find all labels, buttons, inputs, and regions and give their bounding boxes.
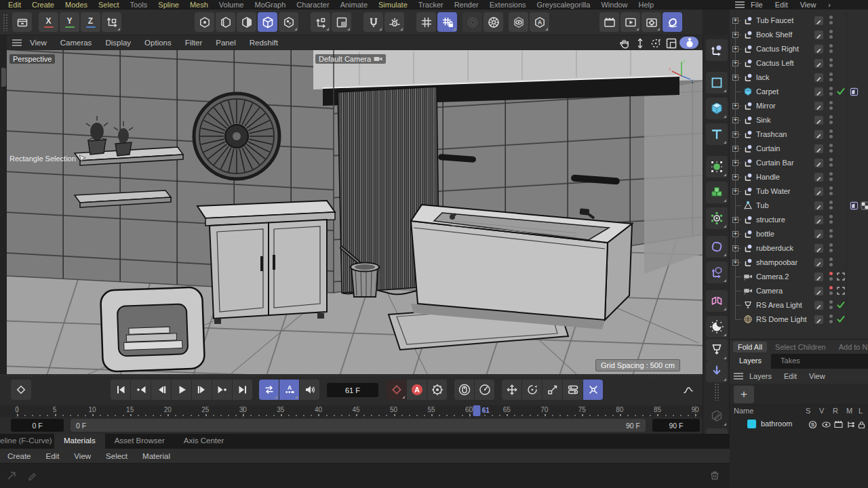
render-dot[interactable] [829,220,833,224]
layer-row[interactable]: bathroom S [730,418,868,431]
toolbar-grip[interactable] [3,14,8,31]
light-button[interactable] [706,316,728,338]
points-mode-button[interactable] [195,12,214,32]
visibility-dots[interactable] [829,44,833,55]
expand-toggle[interactable]: + [732,18,738,24]
pencil-hex-button[interactable] [706,405,728,427]
object-row[interactable]: +lack [730,70,868,85]
autokey-button[interactable]: A [407,380,427,400]
edit-toggle[interactable] [814,159,823,167]
grid-lock-button[interactable] [437,12,457,32]
edit-toggle[interactable] [814,258,823,267]
select-children-button[interactable]: Select Children [770,342,831,352]
expand-toggle[interactable]: + [732,245,738,251]
fcurve-button[interactable] [678,380,698,400]
om-menu-view[interactable]: View [794,1,823,9]
render-dot[interactable] [829,306,833,309]
edit-toggle[interactable] [814,73,823,82]
gear-circle-button[interactable] [484,12,503,32]
null-object-button[interactable] [706,39,728,61]
range-slider[interactable]: 0 F 90 F [71,419,646,432]
edit-toggle[interactable] [814,30,823,39]
visibility-dots[interactable] [829,115,833,126]
edges-mode-button[interactable] [216,12,235,32]
viewport-dot[interactable] [829,44,833,47]
expand-toggle[interactable]: + [732,231,738,237]
tab-asset-browser[interactable]: Asset Browser [105,434,174,449]
hamburger-icon[interactable] [735,1,745,8]
key-scale-button[interactable] [542,380,562,400]
keyframe-tool-button[interactable] [11,380,31,400]
render-dot[interactable] [829,135,833,138]
object-row[interactable]: +Tub Water [730,184,868,199]
visibility-dots[interactable] [829,101,833,112]
render-dot[interactable] [829,291,833,295]
menu-edit[interactable]: Edit [3,1,26,9]
hamburger-icon[interactable] [734,373,743,380]
edit-toggle[interactable] [814,187,823,196]
expand-toggle[interactable]: + [732,174,738,180]
render-dot[interactable] [829,35,833,39]
prev-frame-button[interactable] [151,380,171,400]
viewport-dot[interactable] [829,73,833,76]
dolly-icon[interactable] [633,37,646,49]
expand-toggle[interactable]: + [732,32,738,38]
edit-toggle[interactable] [814,301,823,310]
text-spline-button[interactable] [706,123,728,145]
menu-help[interactable]: Help [633,1,660,9]
render-dot[interactable] [829,249,833,252]
viewport-dot[interactable] [829,286,833,289]
viewport-dot[interactable] [829,172,833,176]
viewport-dot[interactable] [829,243,833,247]
object-row[interactable]: +shampoobar [730,256,868,270]
render-dot[interactable] [829,149,833,152]
viewport-menu-display[interactable]: Display [98,39,138,47]
object-row[interactable]: Camera.2 [730,270,868,284]
hierarchy-icon[interactable] [846,420,855,428]
texture-mode-button[interactable] [279,12,298,32]
camera-nav-icon[interactable] [679,37,698,49]
add-to-button[interactable]: Add to N [834,342,868,352]
render-dot[interactable] [829,49,833,53]
materials-menu-select[interactable]: Select [98,452,135,460]
visibility-icon[interactable] [822,420,831,428]
simulation-button[interactable] [706,207,728,229]
menu-tools[interactable]: Tools [125,1,153,9]
render-dot[interactable] [829,64,833,67]
edit-toggle[interactable] [814,130,823,139]
viewport-solo-button[interactable] [332,12,351,32]
viewport-dot[interactable] [829,58,833,62]
om-menu-file[interactable]: File [745,1,769,9]
viewport-dot[interactable] [829,87,833,90]
visibility-dots[interactable] [829,158,833,169]
orbit-icon[interactable] [648,37,662,49]
viewport-menu-options[interactable]: Options [138,39,178,47]
a-hexagon-button[interactable]: A [530,12,549,32]
enabled-check-icon[interactable] [836,300,846,310]
edit-toggle[interactable] [814,45,823,54]
expand-toggle[interactable]: + [732,217,738,223]
object-row[interactable]: Carpet [730,85,868,99]
cloner-button[interactable] [706,156,728,178]
object-row[interactable]: +Tub Faucet [730,14,868,28]
redshift-button[interactable] [663,12,682,32]
edit-toggle[interactable] [814,102,823,110]
next-key-button[interactable] [212,380,232,400]
object-row[interactable]: +Curtain [730,142,868,156]
polygons-mode-button[interactable] [237,12,256,32]
render-dot[interactable] [829,92,833,96]
edit-toggle[interactable] [814,87,823,96]
visibility-dots[interactable] [829,30,833,41]
edit-toggle[interactable] [814,230,823,239]
key-parameters-button[interactable] [563,380,583,400]
range-end-field[interactable]: 90 F [652,419,700,432]
expand-toggle[interactable]: + [732,46,738,52]
viewport-dot[interactable] [829,201,833,204]
viewport-menu-filter[interactable]: Filter [178,39,210,47]
visibility-dots[interactable] [829,172,833,183]
object-row[interactable]: +Curtain Bar [730,156,868,170]
spline-rectangle-button[interactable] [706,72,728,94]
visibility-dots[interactable] [829,300,833,311]
render-dot[interactable] [829,163,833,167]
viewport-dot[interactable] [829,158,833,161]
